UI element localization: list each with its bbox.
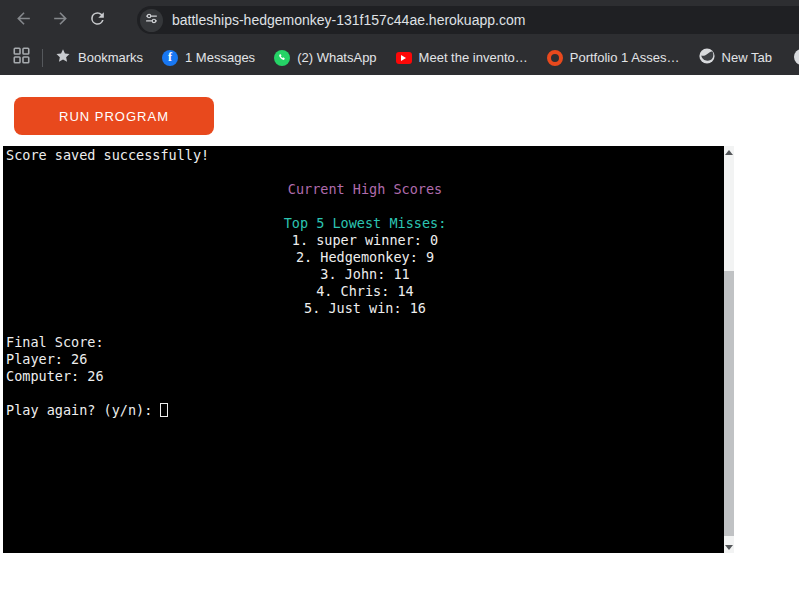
page-content: RUN PROGRAM Score saved successfully! Cu…	[0, 75, 799, 610]
bookmark-label: 1 Messages	[185, 50, 255, 65]
bookmark-item-new-tab[interactable]: New Tab	[699, 48, 772, 68]
bookmark-item-portfolio[interactable]: Portfolio 1 Asses…	[547, 50, 680, 66]
terminal-line-computer-score: Computer: 26	[6, 368, 724, 385]
facebook-icon: f	[162, 50, 178, 66]
bookmark-label: Meet the invento…	[419, 50, 528, 65]
bookmark-label: New Tab	[722, 50, 772, 65]
terminal-scrollbar[interactable]	[724, 146, 734, 553]
terminal-line-blank	[6, 164, 724, 181]
truncated-bookmark-icon[interactable]	[794, 49, 799, 65]
terminal-line-blank	[6, 317, 724, 334]
scroll-up-icon	[725, 150, 733, 155]
terminal-line-blank	[6, 198, 724, 215]
site-settings-icon	[145, 11, 158, 29]
terminal-line-rank-4: 4. Chris: 14	[6, 283, 724, 300]
apps-grid-button[interactable]	[13, 47, 30, 68]
terminal-line-top5-heading: Top 5 Lowest Misses:	[6, 215, 724, 232]
scroll-down-icon	[725, 545, 733, 550]
bookmark-item-meet-the-inventor[interactable]: Meet the invento…	[396, 50, 528, 65]
forward-icon	[51, 9, 70, 32]
terminal-cursor	[160, 403, 168, 417]
bookmark-item-bookmarks[interactable]: Bookmarks	[55, 48, 143, 68]
terminal-line-final-score: Final Score:	[6, 334, 724, 351]
terminal: Score saved successfully! Current High S…	[3, 146, 734, 553]
terminal-screen[interactable]: Score saved successfully! Current High S…	[3, 146, 724, 553]
whatsapp-icon	[274, 50, 290, 66]
terminal-line-rank-5: 5. Just win: 16	[6, 300, 724, 317]
orange-ring-icon	[547, 50, 563, 66]
run-program-button[interactable]: RUN PROGRAM	[14, 97, 214, 135]
bookmark-label: Bookmarks	[78, 50, 143, 65]
play-again-text: Play again? (y/n):	[6, 402, 160, 418]
forward-button[interactable]	[49, 9, 71, 31]
terminal-line-high-scores-title: Current High Scores	[6, 181, 724, 198]
star-icon	[55, 48, 71, 68]
youtube-icon	[396, 52, 412, 64]
terminal-line-player-score: Player: 26	[6, 351, 724, 368]
terminal-line-score-saved: Score saved successfully!	[6, 147, 724, 164]
site-settings-button[interactable]	[140, 9, 163, 32]
bookmark-item-whatsapp[interactable]: (2) WhatsApp	[274, 50, 376, 66]
bookmark-label: (2) WhatsApp	[297, 50, 376, 65]
bookmark-item-messages[interactable]: f 1 Messages	[162, 50, 255, 66]
terminal-line-rank-1: 1. super winner: 0	[6, 232, 724, 249]
terminal-line-rank-3: 3. John: 11	[6, 266, 724, 283]
scrollbar-thumb[interactable]	[724, 271, 734, 536]
browser-window: battleships-hedgemonkey-131f157c44ae.her…	[0, 0, 799, 610]
scrollbar-down-button[interactable]	[724, 541, 734, 553]
reload-button[interactable]	[86, 9, 108, 31]
bookmarks-bar: Bookmarks f 1 Messages (2) WhatsApp Meet…	[0, 40, 799, 75]
apps-grid-icon	[13, 47, 30, 68]
terminal-line-blank	[6, 385, 724, 402]
bookmark-label: Portfolio 1 Asses…	[570, 50, 680, 65]
back-button[interactable]	[12, 9, 34, 31]
url-bar[interactable]: battleships-hedgemonkey-131f157c44ae.her…	[137, 6, 799, 34]
bookmarks-separator	[42, 49, 43, 67]
back-icon	[14, 9, 33, 32]
url-text: battleships-hedgemonkey-131f157c44ae.her…	[172, 12, 525, 28]
terminal-line-play-again-prompt: Play again? (y/n):	[6, 402, 724, 419]
globe-icon	[699, 48, 715, 68]
terminal-line-rank-2: 2. Hedgemonkey: 9	[6, 249, 724, 266]
scrollbar-up-button[interactable]	[724, 146, 734, 158]
reload-icon	[88, 9, 107, 32]
browser-toolbar: battleships-hedgemonkey-131f157c44ae.her…	[0, 0, 799, 40]
